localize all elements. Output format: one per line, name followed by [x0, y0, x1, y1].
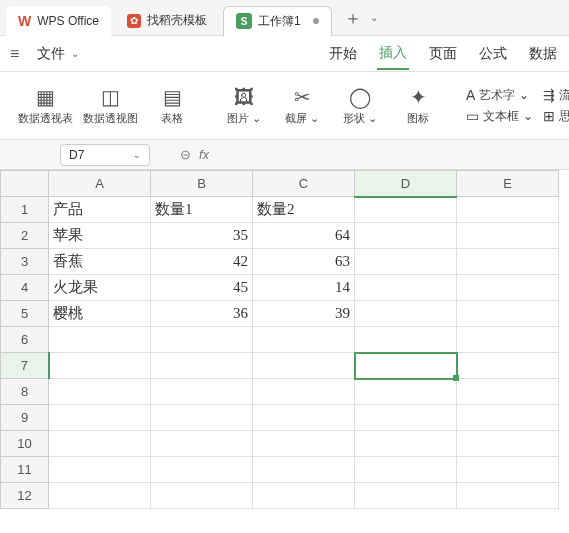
row-header-9[interactable]: 9 [1, 405, 49, 431]
cell-C6[interactable] [253, 327, 355, 353]
cell-C1[interactable]: 数量2 [253, 197, 355, 223]
cell-A1[interactable]: 产品 [49, 197, 151, 223]
cell-A11[interactable] [49, 457, 151, 483]
fill-handle[interactable] [453, 375, 459, 381]
cell-B11[interactable] [151, 457, 253, 483]
shapes-button[interactable]: ◯ 形状 ⌄ [336, 85, 384, 126]
cell-E4[interactable] [457, 275, 559, 301]
cell-D5[interactable] [355, 301, 457, 327]
wordart-button[interactable]: A 艺术字 ⌄ [466, 87, 533, 104]
row-header-3[interactable]: 3 [1, 249, 49, 275]
cell-E2[interactable] [457, 223, 559, 249]
menu-insert[interactable]: 插入 [377, 38, 409, 70]
cell-B5[interactable]: 36 [151, 301, 253, 327]
cell-E6[interactable] [457, 327, 559, 353]
cell-B8[interactable] [151, 379, 253, 405]
fx-icon[interactable]: fx [199, 147, 209, 162]
table-button[interactable]: ▤ 表格 [148, 85, 196, 126]
row-header-6[interactable]: 6 [1, 327, 49, 353]
row-header-10[interactable]: 10 [1, 431, 49, 457]
tab-workbook[interactable]: S 工作簿1 [223, 6, 332, 36]
cell-A8[interactable] [49, 379, 151, 405]
cell-B4[interactable]: 45 [151, 275, 253, 301]
row-header-5[interactable]: 5 [1, 301, 49, 327]
cell-C12[interactable] [253, 483, 355, 509]
cell-C2[interactable]: 64 [253, 223, 355, 249]
row-header-1[interactable]: 1 [1, 197, 49, 223]
cell-C9[interactable] [253, 405, 355, 431]
cell-C10[interactable] [253, 431, 355, 457]
cell-C5[interactable]: 39 [253, 301, 355, 327]
cell-E7[interactable] [457, 353, 559, 379]
column-header-D[interactable]: D [355, 171, 457, 197]
cell-B2[interactable]: 35 [151, 223, 253, 249]
cell-D9[interactable] [355, 405, 457, 431]
screenshot-button[interactable]: ✂ 截屏 ⌄ [278, 85, 326, 126]
column-header-A[interactable]: A [49, 171, 151, 197]
cell-D7[interactable] [355, 353, 457, 379]
cell-D8[interactable] [355, 379, 457, 405]
flowchart-button[interactable]: ⇶ 流程图 ⌄ [543, 87, 569, 104]
row-header-8[interactable]: 8 [1, 379, 49, 405]
cell-B6[interactable] [151, 327, 253, 353]
menu-formula[interactable]: 公式 [477, 39, 509, 69]
cell-D4[interactable] [355, 275, 457, 301]
cell-A6[interactable] [49, 327, 151, 353]
cell-B9[interactable] [151, 405, 253, 431]
row-header-2[interactable]: 2 [1, 223, 49, 249]
cell-D10[interactable] [355, 431, 457, 457]
search-icon[interactable]: ⊝ [180, 147, 191, 162]
tab-overflow-caret[interactable]: ⌄ [370, 12, 378, 23]
cell-A10[interactable] [49, 431, 151, 457]
menu-file-caret[interactable]: ⌄ [71, 48, 79, 59]
cell-E11[interactable] [457, 457, 559, 483]
cell-E12[interactable] [457, 483, 559, 509]
row-header-11[interactable]: 11 [1, 457, 49, 483]
cell-A9[interactable] [49, 405, 151, 431]
cell-A12[interactable] [49, 483, 151, 509]
cell-A4[interactable]: 火龙果 [49, 275, 151, 301]
cell-E5[interactable] [457, 301, 559, 327]
cell-E9[interactable] [457, 405, 559, 431]
tab-docer-template[interactable]: ✿ 找稻壳模板 [115, 6, 219, 36]
cell-D12[interactable] [355, 483, 457, 509]
column-header-E[interactable]: E [457, 171, 559, 197]
cell-A2[interactable]: 苹果 [49, 223, 151, 249]
cell-C3[interactable]: 63 [253, 249, 355, 275]
spreadsheet-grid[interactable]: ABCDE1产品数量1数量22苹果35643香蕉42634火龙果45145樱桃3… [0, 170, 569, 509]
cell-D6[interactable] [355, 327, 457, 353]
cell-D2[interactable] [355, 223, 457, 249]
menu-file[interactable]: 文件 [37, 45, 65, 63]
cell-C11[interactable] [253, 457, 355, 483]
cell-E3[interactable] [457, 249, 559, 275]
cell-E1[interactable] [457, 197, 559, 223]
cell-B10[interactable] [151, 431, 253, 457]
picture-button[interactable]: 🖼 图片 ⌄ [220, 85, 268, 126]
cell-A3[interactable]: 香蕉 [49, 249, 151, 275]
icons-button[interactable]: ✦ 图标 [394, 85, 442, 126]
add-tab-button[interactable]: ＋ [344, 6, 362, 30]
menu-start[interactable]: 开始 [327, 39, 359, 69]
hamburger-icon[interactable]: ≡ [10, 45, 19, 63]
tab-wps-office[interactable]: W WPS Office [6, 6, 111, 36]
textbox-button[interactable]: ▭ 文本框 ⌄ [466, 108, 533, 125]
menu-data[interactable]: 数据 [527, 39, 559, 69]
cell-B3[interactable]: 42 [151, 249, 253, 275]
pivot-table-button[interactable]: ▦ 数据透视表 [18, 85, 73, 126]
cell-A7[interactable] [49, 353, 151, 379]
row-header-12[interactable]: 12 [1, 483, 49, 509]
column-header-C[interactable]: C [253, 171, 355, 197]
tab-close-dot[interactable] [313, 18, 319, 24]
cell-D3[interactable] [355, 249, 457, 275]
column-header-B[interactable]: B [151, 171, 253, 197]
name-box[interactable]: D7 ⌄ [60, 144, 150, 166]
cell-C7[interactable] [253, 353, 355, 379]
cell-A5[interactable]: 樱桃 [49, 301, 151, 327]
row-header-7[interactable]: 7 [1, 353, 49, 379]
cell-E10[interactable] [457, 431, 559, 457]
pivot-chart-button[interactable]: ◫ 数据透视图 [83, 85, 138, 126]
cell-B12[interactable] [151, 483, 253, 509]
row-header-4[interactable]: 4 [1, 275, 49, 301]
menu-page[interactable]: 页面 [427, 39, 459, 69]
cell-B7[interactable] [151, 353, 253, 379]
